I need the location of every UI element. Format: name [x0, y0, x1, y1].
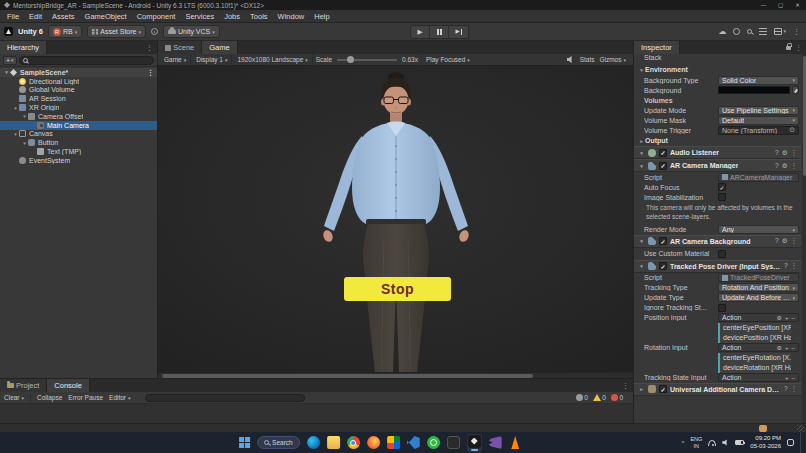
warning-count-badge[interactable]: 0	[593, 394, 606, 401]
remove-binding-button[interactable]: −	[791, 375, 795, 381]
hierarchy-scene-header[interactable]: ▾ SampleScene* ⋮	[0, 68, 157, 77]
presets-icon[interactable]: ⚙	[782, 162, 788, 170]
component-enabled-checkbox[interactable]: ✓	[659, 385, 667, 393]
tab-console[interactable]: Console	[47, 379, 90, 392]
rotation-binding-1[interactable]: deviceRotation [XR Ha...	[718, 363, 791, 373]
background-color-field[interactable]	[718, 86, 799, 95]
component-enabled-checkbox[interactable]: ✓	[659, 262, 667, 270]
editor-dropdown[interactable]: Editor ▾	[109, 394, 131, 401]
taskbar-app-vlc[interactable]	[509, 436, 522, 449]
wifi-icon[interactable]	[708, 440, 716, 446]
foldout-icon[interactable]: ▾	[21, 113, 28, 119]
position-binding-1[interactable]: devicePosition [XR Ha...	[718, 333, 791, 343]
image-stabilization-checkbox[interactable]	[718, 193, 726, 201]
tab-game[interactable]: Game	[202, 41, 237, 54]
taskbar-app-vscode[interactable]	[407, 436, 420, 449]
component-audio-listener[interactable]: ▾ ✓ Audio Listener ? ⚙ ⋮	[634, 146, 801, 159]
tray-overflow-icon[interactable]: ^	[682, 440, 685, 446]
taskbar-app-edge[interactable]	[307, 436, 320, 449]
volume-icon[interactable]	[722, 439, 729, 446]
account-status-icon[interactable]	[733, 28, 740, 35]
taskbar-app-file-explorer[interactable]	[327, 436, 340, 449]
rotation-binding-0[interactable]: centerEyeRotation [X...	[718, 353, 791, 363]
hierarchy-item-text-tmp[interactable]: Text (TMP)	[0, 147, 157, 156]
unity-vcs-button[interactable]: Unity VCS ▾	[163, 25, 220, 38]
gear-icon[interactable]: ⚙	[777, 345, 782, 351]
help-icon[interactable]: ?	[784, 262, 788, 270]
presets-icon[interactable]: ⚙	[782, 149, 788, 157]
presets-icon[interactable]: ⚙	[782, 237, 788, 245]
tab-scene[interactable]: Scene	[158, 41, 202, 54]
help-icon[interactable]: ?	[775, 162, 779, 170]
scrollbar-thumb[interactable]	[803, 56, 806, 176]
asset-store-button[interactable]: Asset Store ▾	[87, 25, 146, 38]
lock-icon[interactable]	[786, 46, 791, 50]
rotation-input-action[interactable]: Action ⚙ + −	[718, 343, 799, 352]
menu-component[interactable]: Component	[132, 10, 181, 23]
ignore-tracking-state-checkbox[interactable]	[718, 304, 726, 312]
battery-icon[interactable]	[735, 440, 744, 445]
close-button[interactable]: ✕	[789, 0, 806, 10]
unity-logo[interactable]	[4, 27, 13, 36]
taskbar-app-unity-hub[interactable]	[447, 436, 460, 449]
foldout-icon[interactable]: ▾	[638, 150, 645, 156]
inspector-menu-icon[interactable]: ⋮	[795, 44, 802, 51]
position-binding-0[interactable]: centerEyePosition [XR ...	[718, 323, 791, 333]
inspector-scrollbar[interactable]	[802, 54, 806, 423]
environment-foldout[interactable]: ▾ Environment	[634, 64, 801, 75]
taskbar-app-unity-editor[interactable]	[468, 435, 481, 448]
help-icon[interactable]: ?	[784, 385, 788, 393]
remove-binding-button[interactable]: −	[791, 345, 795, 351]
update-mode-dropdown[interactable]: Use Pipeline Settings ▾	[718, 106, 799, 115]
hierarchy-item-eventsystem[interactable]: EventSystem	[0, 156, 157, 165]
foldout-icon[interactable]: ▾	[3, 69, 10, 75]
layers-icon[interactable]	[759, 28, 767, 35]
add-binding-button[interactable]: +	[785, 375, 789, 381]
menu-file[interactable]: File	[2, 10, 24, 23]
hierarchy-search-input[interactable]	[19, 56, 154, 65]
tracking-state-input-action[interactable]: Action + −	[718, 373, 799, 382]
menu-gameobject[interactable]: GameObject	[80, 10, 132, 23]
menu-tools[interactable]: Tools	[245, 10, 273, 23]
account-dropdown[interactable]: R RB ▾	[48, 25, 82, 38]
notifications-icon[interactable]	[151, 28, 158, 35]
game-viewport[interactable]: Stop	[158, 66, 633, 372]
maximize-button[interactable]: ▢	[772, 0, 789, 10]
foldout-icon[interactable]: ▾	[21, 140, 28, 146]
gear-icon[interactable]: ⚙	[777, 315, 782, 321]
output-foldout[interactable]: ▸ Output	[634, 135, 801, 146]
collapse-toggle[interactable]: Collapse	[37, 394, 62, 401]
play-focused-dropdown[interactable]: Play Focused ▾	[421, 54, 474, 66]
component-ar-camera-manager[interactable]: ▾ ✓ AR Camera Manager ? ⚙ ⋮	[634, 159, 801, 172]
start-button[interactable]	[239, 437, 250, 448]
background-type-dropdown[interactable]: Solid Color ▾	[718, 76, 799, 85]
component-enabled-checkbox[interactable]: ✓	[659, 162, 667, 170]
tab-hierarchy[interactable]: Hierarchy	[0, 41, 47, 54]
pause-button[interactable]	[430, 26, 449, 38]
hierarchy-item-button[interactable]: ▾ Button	[0, 138, 157, 147]
step-button[interactable]: ▶	[449, 26, 468, 38]
error-pause-toggle[interactable]: Error Pause	[68, 394, 103, 401]
stop-button[interactable]: Stop	[344, 277, 451, 301]
menu-services[interactable]: Services	[180, 10, 219, 23]
scale-slider-thumb[interactable]	[347, 56, 354, 63]
cloud-sync-icon[interactable]: ☁	[718, 28, 726, 36]
update-type-dropdown[interactable]: Update And Before Rende... ▾	[718, 293, 799, 302]
render-mode-dropdown[interactable]: Any ▾	[718, 225, 799, 234]
component-menu-icon[interactable]: ⋮	[791, 237, 798, 245]
add-binding-button[interactable]: +	[785, 315, 789, 321]
foldout-icon[interactable]: ▸	[638, 386, 645, 392]
stats-button[interactable]: Stats	[580, 56, 595, 63]
hierarchy-item-directional-light[interactable]: Directional Light	[0, 77, 157, 86]
game-mode-dropdown[interactable]: Game ▾	[162, 54, 191, 66]
component-menu-icon[interactable]: ⋮	[791, 385, 798, 393]
volume-mask-dropdown[interactable]: Default ▾	[718, 116, 799, 125]
component-tracked-pose-driver[interactable]: ▾ ✓ Tracked Pose Driver (Input Syste... …	[634, 260, 801, 273]
resolution-dropdown[interactable]: 1920x1080 Landscape ▾	[235, 54, 312, 66]
remove-binding-button[interactable]: −	[791, 315, 795, 321]
help-icon[interactable]: ?	[775, 149, 779, 157]
component-enabled-checkbox[interactable]: ✓	[659, 237, 667, 245]
taskbar-app-visual-studio[interactable]	[489, 436, 502, 449]
color-swatch[interactable]	[718, 86, 790, 94]
more-menu-icon[interactable]: ⋮	[793, 28, 800, 35]
